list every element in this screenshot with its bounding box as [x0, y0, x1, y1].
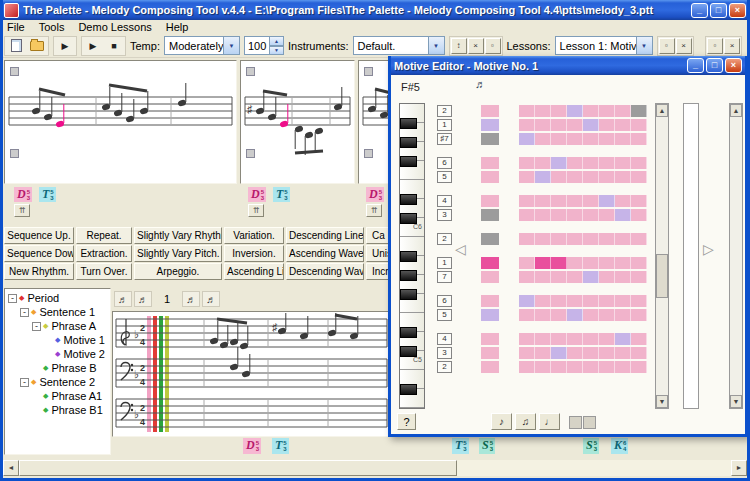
new-file-button[interactable]	[6, 38, 26, 54]
tree-expander-icon[interactable]: -	[20, 378, 29, 387]
grid-cell[interactable]	[535, 257, 551, 269]
scroll-down-icon[interactable]: ▼	[656, 395, 668, 408]
spin-down-icon[interactable]: ▼	[270, 46, 284, 56]
grid-cell[interactable]	[583, 309, 599, 321]
grid-cell[interactable]	[599, 105, 615, 117]
grid-cell[interactable]	[567, 157, 583, 169]
grid-cell[interactable]	[535, 333, 551, 345]
grid-cell[interactable]	[551, 333, 567, 345]
grid-cell[interactable]	[551, 105, 567, 117]
grid-cell[interactable]	[615, 209, 631, 221]
transform-descending-line[interactable]: Descending Line.	[286, 227, 364, 244]
grid-cell[interactable]	[519, 333, 535, 345]
grid-cell[interactable]	[551, 195, 567, 207]
grid-cell[interactable]	[535, 361, 551, 373]
grid-left-cell[interactable]	[481, 257, 499, 269]
grid-cell[interactable]	[631, 257, 647, 269]
grid-cell[interactable]	[583, 257, 599, 269]
chevron-down-icon[interactable]: ▼	[428, 37, 444, 54]
bottom-badge-k64[interactable]: K64	[611, 438, 628, 454]
scroll-up-icon[interactable]: ▲	[730, 104, 742, 117]
grid-cell[interactable]	[599, 209, 615, 221]
grid-cell[interactable]	[631, 133, 647, 145]
piano-black-key[interactable]	[400, 137, 417, 148]
grid-cell[interactable]	[567, 257, 583, 269]
grid-cell[interactable]	[615, 119, 631, 131]
grid-cell[interactable]	[583, 119, 599, 131]
grid-left-cell[interactable]	[481, 295, 499, 307]
grid-cell[interactable]	[599, 295, 615, 307]
lessons-dropdown[interactable]: Lesson 1: Motive. ▼	[555, 36, 653, 55]
scroll-down-icon[interactable]: ▼	[730, 395, 742, 408]
toolbar-extra-1-button-0[interactable]: ↕	[451, 38, 467, 54]
toolbar-extra-2-button-1[interactable]: ×	[676, 38, 692, 54]
bottom-badge-s53[interactable]: S53	[479, 438, 495, 454]
transform-ascending-line[interactable]: Ascending Line.	[224, 263, 284, 280]
toolbar-extra-1-button-1[interactable]: ×	[468, 38, 484, 54]
transform-turn-over[interactable]: Turn Over.	[76, 263, 132, 280]
grid-cell[interactable]	[567, 105, 583, 117]
tree-item-phrase-a1[interactable]: ◆Phrase A1	[5, 389, 110, 403]
tempo-spinner[interactable]: 100 ▲ ▼	[244, 36, 284, 55]
tree-expander-icon[interactable]: -	[8, 294, 17, 303]
grid-left-cell[interactable]	[481, 195, 499, 207]
maximize-button[interactable]: □	[710, 3, 727, 18]
grid-cell[interactable]	[583, 157, 599, 169]
grid-cell[interactable]	[519, 361, 535, 373]
grid-cell[interactable]	[583, 361, 599, 373]
grid-cell[interactable]	[583, 333, 599, 345]
panel3-badge-d53[interactable]: D53	[366, 187, 384, 202]
grid-cell[interactable]	[599, 271, 615, 283]
piano-black-key[interactable]	[400, 327, 417, 338]
grid-cell[interactable]	[551, 309, 567, 321]
transform-sequence-down[interactable]: Sequence Down.	[4, 245, 74, 262]
grid-cell[interactable]	[535, 195, 551, 207]
grid-cell[interactable]	[631, 347, 647, 359]
tree-item-phrase-b[interactable]: ◆Phrase B	[5, 361, 110, 375]
grid-cell[interactable]	[551, 157, 567, 169]
grid-cell[interactable]	[615, 171, 631, 183]
piano-black-key[interactable]	[400, 270, 417, 281]
grid-left-cell[interactable]	[481, 105, 499, 117]
stop-button[interactable]: ■	[104, 38, 124, 54]
piano-black-key[interactable]	[400, 289, 417, 300]
minimize-button[interactable]: _	[691, 3, 708, 18]
grid-cell[interactable]	[535, 119, 551, 131]
grid-cell[interactable]	[567, 295, 583, 307]
toolbar-extra-3-button-1[interactable]: ×	[724, 38, 740, 54]
grid-left-cell[interactable]	[481, 271, 499, 283]
scroll-right-icon[interactable]: ►	[731, 460, 747, 476]
note-duration-icon-1[interactable]: ♬	[134, 291, 152, 307]
grid-cell[interactable]	[551, 171, 567, 183]
grid-cell[interactable]	[551, 257, 567, 269]
grid-cell[interactable]	[631, 309, 647, 321]
grid-cell[interactable]	[535, 347, 551, 359]
grid-cell[interactable]	[519, 257, 535, 269]
help-button[interactable]: ?	[397, 413, 416, 430]
grid-cell[interactable]	[535, 171, 551, 183]
grid-cell[interactable]	[535, 295, 551, 307]
menu-item-help[interactable]: Help	[159, 20, 196, 34]
bottom-badge-t53[interactable]: T53	[452, 438, 469, 454]
grid-cell[interactable]	[535, 209, 551, 221]
grid-cell[interactable]	[567, 195, 583, 207]
grid-cell[interactable]	[631, 333, 647, 345]
bottom-badge-t53[interactable]: T53	[272, 438, 289, 454]
transform-slightly-vary-pitch[interactable]: Slightly Vary Pitch.	[134, 245, 222, 262]
transform-sequence-up[interactable]: Sequence Up.	[4, 227, 74, 244]
tree-item-phrase-a[interactable]: -◆Phrase A	[5, 319, 110, 333]
piano-black-key[interactable]	[400, 384, 417, 395]
grid-cell[interactable]	[519, 347, 535, 359]
grid-cell[interactable]	[519, 309, 535, 321]
tree-item-sentence-2[interactable]: -◆Sentence 2	[5, 375, 110, 389]
grid-cell[interactable]	[631, 157, 647, 169]
tree-item-motive-2[interactable]: ◆Motive 2	[5, 347, 110, 361]
tiny-button-2[interactable]	[583, 416, 596, 429]
grid-cell[interactable]	[631, 271, 647, 283]
grid-cell[interactable]	[519, 295, 535, 307]
transform-slightly-vary-rhythm[interactable]: Slightly Vary Rhythm.	[134, 227, 222, 244]
tree-item-phrase-b1[interactable]: ◆Phrase B1	[5, 403, 110, 417]
grid-cell[interactable]	[631, 295, 647, 307]
grid-cell[interactable]	[567, 119, 583, 131]
transform-descending-wave[interactable]: Descending Wave.	[286, 263, 364, 280]
